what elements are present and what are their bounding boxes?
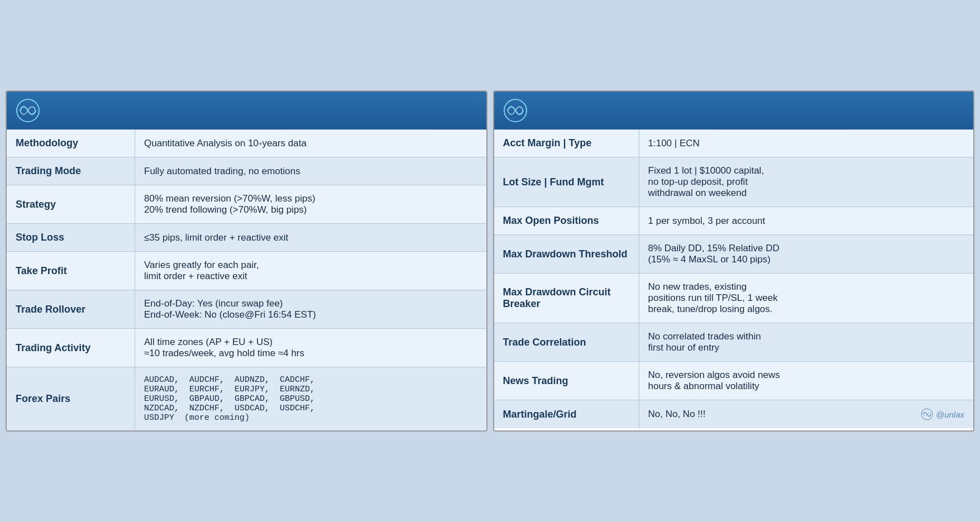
watermark: @unlax — [921, 408, 964, 420]
right-table-body: Acct Margin | Type1:100 | ECNLot Size | … — [494, 130, 974, 428]
row-value: All time zones (AP + EU + US) ≈10 trades… — [135, 329, 486, 367]
row-label: Trading Activity — [7, 329, 135, 367]
table-row: MethodologyQuantitative Analysis on 10+ … — [7, 130, 486, 157]
row-label: Methodology — [7, 130, 135, 157]
table-row: Trading ActivityAll time zones (AP + EU … — [7, 329, 486, 367]
row-value: No, reversion algos avoid news hours & a… — [639, 362, 974, 400]
table-row: Max Drawdown Threshold8% Daily DD, 15% R… — [494, 235, 974, 274]
row-value: Quantitative Analysis on 10+ years data — [135, 130, 486, 157]
row-label: Max Drawdown Circuit Breaker — [494, 274, 639, 323]
left-logo — [16, 98, 45, 123]
table-row: Take ProfitVaries greatly for each pair,… — [7, 252, 486, 290]
risk-management-table: Acct Margin | Type1:100 | ECNLot Size | … — [493, 90, 975, 432]
row-value: 80% mean reversion (>70%W, less pips) 20… — [135, 185, 486, 223]
row-label: Max Open Positions — [494, 207, 639, 234]
row-label: Forex Pairs — [7, 367, 135, 430]
table-row: Trading ModeFully automated trading, no … — [7, 157, 486, 185]
row-value: No correlated trades within first hour o… — [639, 323, 974, 361]
row-label: Stop Loss — [7, 224, 135, 251]
row-label: Martingale/Grid — [494, 400, 639, 428]
row-value: 1 per symbol, 3 per account — [639, 207, 974, 234]
row-value: ≤35 pips, limit order + reactive exit — [135, 224, 486, 251]
table-row: Forex PairsAUDCAD, AUDCHF, AUDNZD, CADCH… — [7, 367, 486, 430]
row-label: Trade Rollover — [7, 290, 135, 328]
left-table-body: MethodologyQuantitative Analysis on 10+ … — [7, 130, 486, 430]
row-label: Take Profit — [7, 252, 135, 290]
unlax-logo-icon — [16, 98, 40, 123]
row-label: Lot Size | Fund Mgmt — [494, 157, 639, 207]
row-label: Trade Correlation — [494, 323, 639, 361]
row-value: 8% Daily DD, 15% Relative DD (15% ≈ 4 Ma… — [639, 235, 974, 273]
trading-strategy-table: MethodologyQuantitative Analysis on 10+ … — [6, 90, 487, 432]
table-row: Max Drawdown Circuit BreakerNo new trade… — [494, 274, 974, 323]
row-label: News Trading — [494, 362, 639, 400]
main-wrapper: MethodologyQuantitative Analysis on 10+ … — [6, 90, 974, 432]
right-logo — [503, 98, 532, 123]
row-label: Acct Margin | Type — [494, 130, 639, 157]
right-header — [494, 92, 974, 130]
table-row: Trade RolloverEnd-of-Day: Yes (incur swa… — [7, 290, 486, 329]
row-value: 1:100 | ECN — [639, 130, 974, 157]
row-value: Fully automated trading, no emotions — [135, 157, 486, 185]
table-row: Acct Margin | Type1:100 | ECN — [494, 130, 974, 157]
table-row: Martingale/GridNo, No, No !!!@unlax — [494, 400, 974, 428]
row-value: AUDCAD, AUDCHF, AUDNZD, CADCHF, EURAUD, … — [135, 367, 486, 430]
table-row: Stop Loss≤35 pips, limit order + reactiv… — [7, 224, 486, 252]
table-row: Lot Size | Fund MgmtFixed 1 lot | $10000… — [494, 157, 974, 207]
row-label: Max Drawdown Threshold — [494, 235, 639, 273]
unlax-logo-icon-right — [503, 98, 528, 123]
table-row: News TradingNo, reversion algos avoid ne… — [494, 362, 974, 400]
table-row: Max Open Positions1 per symbol, 3 per ac… — [494, 207, 974, 235]
row-value: No, No, No !!!@unlax — [639, 400, 974, 428]
row-value: Varies greatly for each pair, limit orde… — [135, 252, 486, 290]
table-row: Strategy80% mean reversion (>70%W, less … — [7, 185, 486, 224]
left-header — [7, 92, 486, 130]
row-value: End-of-Day: Yes (incur swap fee) End-of-… — [135, 290, 486, 328]
table-row: Trade CorrelationNo correlated trades wi… — [494, 323, 974, 362]
row-value: No new trades, existing positions run ti… — [639, 274, 974, 323]
row-label: Trading Mode — [7, 157, 135, 185]
row-label: Strategy — [7, 185, 135, 223]
row-value: Fixed 1 lot | $10000 capital, no top-up … — [639, 157, 974, 207]
